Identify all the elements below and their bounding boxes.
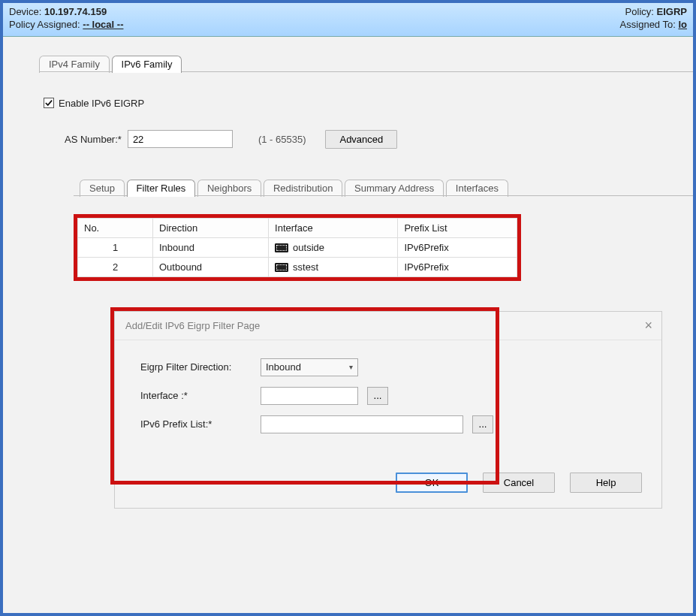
tab-redistribution[interactable]: Redistribution bbox=[264, 180, 343, 197]
tab-summary-address[interactable]: Summary Address bbox=[345, 180, 444, 197]
cell-prefix: IPv6Prefix bbox=[398, 257, 517, 276]
cell-no: 1 bbox=[78, 237, 153, 257]
cell-no: 2 bbox=[78, 257, 153, 276]
cancel-button[interactable]: Cancel bbox=[483, 473, 555, 493]
ok-button[interactable]: OK bbox=[396, 473, 468, 493]
tab-setup[interactable]: Setup bbox=[80, 180, 125, 197]
tab-ipv6-family[interactable]: IPv6 Family bbox=[112, 56, 182, 73]
device-label: Device: bbox=[9, 6, 41, 19]
table-row[interactable]: 1 Inbound outside IPv6Prefix bbox=[78, 237, 517, 257]
cell-direction: Inbound bbox=[153, 237, 269, 257]
header-bar: Device: 10.197.74.159 Policy Assigned: -… bbox=[3, 3, 693, 37]
interface-browse-button[interactable]: ... bbox=[367, 387, 388, 405]
dialog-title: Add/Edit IPv6 Eigrp Filter Page bbox=[125, 320, 260, 331]
advanced-button[interactable]: Advanced bbox=[325, 130, 397, 149]
add-edit-filter-dialog: Add/Edit IPv6 Eigrp Filter Page × Eigrp … bbox=[114, 311, 662, 509]
chevron-down-icon: ▾ bbox=[349, 363, 353, 371]
as-number-label: AS Number:* bbox=[65, 134, 122, 145]
help-button[interactable]: Help bbox=[570, 473, 642, 493]
as-number-range: (1 - 65535) bbox=[258, 134, 306, 145]
interface-icon bbox=[275, 243, 288, 252]
policy-value: EIGRP bbox=[657, 6, 687, 17]
prefix-list-label: IPv6 Prefix List:* bbox=[140, 418, 261, 430]
interface-input[interactable] bbox=[261, 387, 358, 405]
col-interface[interactable]: Interface bbox=[269, 218, 398, 237]
as-number-input[interactable] bbox=[128, 130, 233, 148]
filter-direction-select[interactable]: Inbound ▾ bbox=[261, 358, 358, 376]
enable-ipv6-eigrp-checkbox[interactable] bbox=[44, 98, 54, 108]
family-tabs: IPv4 Family IPv6 Family bbox=[39, 55, 684, 72]
device-value: 10.197.74.159 bbox=[44, 6, 107, 17]
filter-direction-value: Inbound bbox=[266, 361, 301, 373]
table-header-row: No. Direction Interface Prefix List bbox=[78, 218, 517, 237]
tab-filter-rules[interactable]: Filter Rules bbox=[127, 180, 196, 197]
tab-neighbors[interactable]: Neighbors bbox=[197, 180, 261, 197]
inner-tabs: Setup Filter Rules Neighbors Redistribut… bbox=[74, 179, 696, 196]
cell-prefix: IPv6Prefix bbox=[398, 237, 517, 257]
col-direction[interactable]: Direction bbox=[153, 218, 269, 237]
prefix-list-browse-button[interactable]: ... bbox=[472, 415, 493, 433]
filter-rules-table: No. Direction Interface Prefix List 1 In… bbox=[77, 218, 517, 277]
tab-ipv4-family[interactable]: IPv4 Family bbox=[39, 56, 110, 73]
interface-label: Interface :* bbox=[140, 390, 261, 401]
cell-interface: sstest bbox=[269, 257, 398, 276]
filter-direction-label: Eigrp Filter Direction: bbox=[140, 361, 261, 373]
assigned-to-label: Assigned To: bbox=[620, 19, 676, 32]
enable-ipv6-eigrp-label: Enable IPv6 EIGRP bbox=[59, 98, 144, 109]
policy-label: Policy: bbox=[625, 6, 654, 19]
col-no[interactable]: No. bbox=[78, 218, 153, 237]
tab-interfaces[interactable]: Interfaces bbox=[446, 180, 508, 197]
policy-assigned-label: Policy Assigned: bbox=[9, 19, 80, 32]
assigned-to-value[interactable]: lo bbox=[678, 19, 687, 30]
interface-icon bbox=[275, 263, 288, 272]
policy-assigned-value[interactable]: -- local -- bbox=[83, 19, 123, 30]
col-prefix-list[interactable]: Prefix List bbox=[398, 218, 517, 237]
close-icon[interactable]: × bbox=[644, 318, 652, 334]
table-row[interactable]: 2 Outbound sstest IPv6Prefix bbox=[78, 257, 517, 276]
cell-interface: outside bbox=[269, 237, 398, 257]
cell-direction: Outbound bbox=[153, 257, 269, 276]
prefix-list-input[interactable] bbox=[261, 415, 463, 433]
